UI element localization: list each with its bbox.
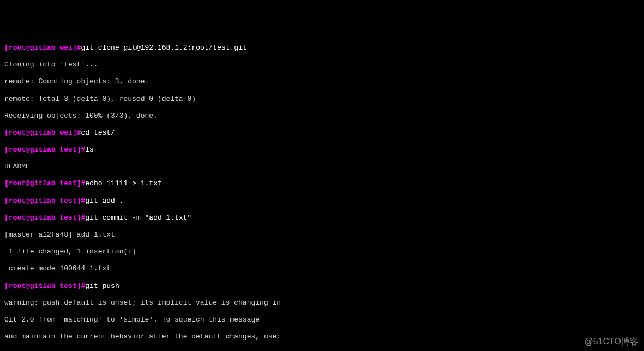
command-text: git add .	[85, 197, 123, 205]
prompt-bracket-open: [	[4, 44, 9, 52]
prompt-line: [root@gitlab wei]#git clone git@192.168.…	[4, 44, 640, 52]
output-line: create mode 100644 1.txt	[4, 264, 640, 273]
output-line: README	[4, 162, 640, 171]
command-text: git commit -m "add 1.txt"	[85, 214, 191, 222]
prompt-host: gitlab	[30, 146, 56, 154]
output-line: 1 file changed, 1 insertion(+)	[4, 247, 640, 256]
terminal-window[interactable]: [root@gitlab wei]#git clone git@192.168.…	[0, 34, 644, 351]
prompt-host: gitlab	[30, 129, 56, 137]
prompt-host: gitlab	[30, 197, 56, 205]
output-line: remote: Counting objects: 3, done.	[4, 77, 640, 86]
output-line: remote: Total 3 (delta 0), reused 0 (del…	[4, 95, 640, 104]
prompt-path: test	[59, 179, 76, 187]
prompt-at: @	[26, 146, 30, 154]
prompt-user: root	[9, 179, 26, 187]
output-line: Receiving objects: 100% (3/3), done.	[4, 112, 640, 120]
prompt-bracket-close: ]	[77, 146, 81, 154]
command-text: git push	[85, 282, 119, 290]
prompt-bracket-open: [	[4, 146, 9, 154]
output-line: warning: push.default is unset; its impl…	[4, 299, 640, 307]
prompt-host: gitlab	[30, 282, 56, 290]
prompt-line: [root@gitlab test]#ls	[4, 146, 640, 154]
prompt-at: @	[26, 179, 30, 187]
prompt-path: test	[59, 197, 76, 205]
prompt-bracket-close: ]	[73, 129, 77, 137]
prompt-user: root	[9, 129, 26, 137]
command-text: cd test/	[81, 129, 115, 137]
prompt-host: gitlab	[30, 214, 56, 222]
prompt-at: @	[26, 197, 30, 205]
command-text: ls	[85, 146, 94, 154]
prompt-path: test	[59, 146, 76, 154]
prompt-hash: #	[77, 44, 81, 52]
prompt-user: root	[9, 214, 26, 222]
prompt-bracket-open: [	[4, 179, 9, 187]
prompt-path: wei	[59, 44, 72, 52]
watermark-text: @51CTO博客	[584, 336, 639, 347]
prompt-line: [root@gitlab test]#git push	[4, 282, 640, 291]
prompt-path: test	[59, 214, 76, 222]
prompt-user: root	[9, 197, 26, 205]
prompt-bracket-close: ]	[77, 179, 81, 187]
prompt-line: [root@gitlab test]#echo 11111 > 1.txt	[4, 179, 640, 188]
output-line: and maintain the current behavior after …	[4, 332, 640, 341]
prompt-bracket-open: [	[4, 197, 9, 205]
prompt-host: gitlab	[30, 179, 56, 187]
prompt-bracket-close: ]	[73, 44, 77, 52]
prompt-bracket-close: ]	[77, 197, 81, 205]
prompt-line: [root@gitlab test]#git add .	[4, 197, 640, 205]
command-text: git clone git@192.168.1.2:root/test.git	[81, 44, 247, 52]
prompt-at: @	[26, 129, 30, 137]
prompt-at: @	[26, 282, 30, 290]
prompt-path: test	[59, 282, 76, 290]
prompt-host: gitlab	[30, 44, 56, 52]
prompt-user: root	[9, 44, 26, 52]
prompt-bracket-close: ]	[77, 214, 81, 222]
prompt-user: root	[9, 146, 26, 154]
output-line: Cloning into 'test'...	[4, 60, 640, 69]
prompt-bracket-close: ]	[77, 282, 81, 290]
prompt-path: wei	[59, 129, 72, 137]
output-line: Git 2.0 from 'matching' to 'simple'. To …	[4, 316, 640, 324]
prompt-at: @	[26, 44, 30, 52]
prompt-line: [root@gitlab wei]#cd test/	[4, 129, 640, 137]
prompt-user: root	[9, 282, 26, 290]
command-text: echo 11111 > 1.txt	[85, 179, 161, 187]
prompt-bracket-open: [	[4, 214, 9, 222]
prompt-hash: #	[77, 129, 81, 137]
output-line: [master a12fa48] add 1.txt	[4, 231, 640, 239]
prompt-bracket-open: [	[4, 129, 9, 137]
prompt-bracket-open: [	[4, 282, 9, 290]
prompt-line: [root@gitlab test]#git commit -m "add 1.…	[4, 214, 640, 222]
prompt-at: @	[26, 214, 30, 222]
